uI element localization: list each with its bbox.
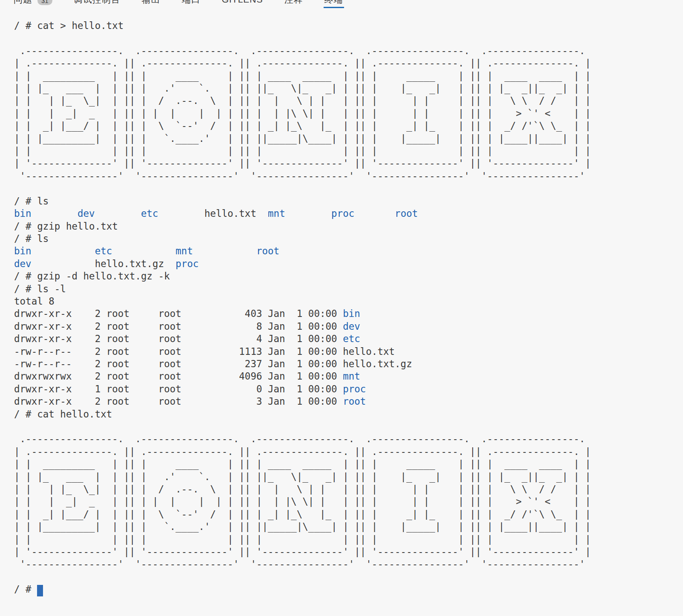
terminal-text: total 8 (14, 296, 55, 307)
directory-name: root (256, 245, 279, 256)
terminal-text: -rw-r--r-- 2 root root 1113 Jan 1 00:00 … (14, 346, 395, 357)
directory-name: etc (343, 333, 360, 344)
terminal-text: | | |_ ___ | | || | .' `. | || ||_ \|_ _… (14, 83, 591, 94)
tab-terminal[interactable]: 终端 (324, 0, 344, 8)
directory-name: bin (14, 208, 32, 219)
terminal-text: hello.txt.gz (95, 258, 176, 269)
tab-comments[interactable]: 注释 (284, 0, 304, 8)
terminal-text: / # gzip hello.txt (14, 221, 118, 232)
terminal-text: drwxr-xr-x 1 root root 0 Jan 1 00:00 (14, 383, 343, 394)
terminal-text: '----------------' '----------------' '-… (14, 170, 591, 181)
terminal-text: | | | |_ \_| | || | / .--. \ | || | | \ … (14, 484, 591, 495)
directory-name: proc (331, 208, 354, 219)
terminal-text: | .--------------. || .--------------. |… (14, 446, 591, 457)
terminal-text: drwxr-xr-x 2 root root 8 Jan 1 00:00 (14, 321, 343, 332)
terminal-text: .----------------. .----------------. .-… (14, 433, 591, 444)
tab-label: GITLENS (222, 0, 263, 5)
terminal-text: '----------------' '----------------' '-… (14, 558, 591, 570)
tab-label: 调试控制台 (74, 0, 121, 5)
terminal-text: drwxrwxrwx 2 root root 4096 Jan 1 00:00 (14, 371, 343, 382)
directory-name: proc (175, 258, 198, 269)
tab-label: 输出 (142, 0, 161, 5)
terminal-text (112, 245, 175, 256)
tab-ports[interactable]: 端口 (181, 0, 201, 8)
tab-label: 端口 (182, 0, 201, 5)
tab-debug-console[interactable]: 调试控制台 (73, 0, 121, 8)
panel-tab-bar: 问题31调试控制台输出端口GITLENS注释终端 (0, 0, 683, 9)
tab-gitlens[interactable]: GITLENS (221, 0, 264, 8)
tab-output[interactable]: 输出 (141, 0, 161, 8)
terminal-text: / # cat hello.txt (14, 409, 112, 420)
directory-name: dev (77, 208, 95, 219)
terminal-text: / # ls -l (14, 283, 66, 294)
directory-name: dev (14, 258, 32, 269)
terminal-text: | '--------------' || '--------------' |… (14, 158, 591, 169)
terminal-cursor (37, 585, 43, 596)
terminal-output[interactable]: / # cat > hello.txt .----------------. .… (14, 20, 683, 596)
tab-problems[interactable]: 问题31 (13, 0, 53, 8)
terminal-text: | | | |_ \_| | || | / .--. \ | || | | \ … (14, 95, 591, 106)
terminal-text: / # ls (14, 196, 49, 207)
terminal-text: drwxr-xr-x 2 root root 4 Jan 1 00:00 (14, 333, 343, 344)
terminal-text: drwxr-xr-x 2 root root 403 Jan 1 00:00 (14, 308, 343, 319)
directory-name: bin (14, 245, 32, 256)
terminal-text: | '--------------' || '--------------' |… (14, 546, 591, 557)
terminal-text (32, 258, 95, 269)
panel-tab-bar-inner: 问题31调试控制台输出端口GITLENS注释终端 (0, 0, 683, 8)
terminal-text: | | _________ | || | ____ | || | ____ __… (14, 70, 591, 81)
directory-name: mnt (268, 208, 285, 219)
shell-prompt: / # (14, 584, 37, 595)
terminal-text (32, 245, 95, 256)
directory-name: dev (343, 321, 360, 332)
terminal-text (354, 208, 395, 219)
terminal-text: | | | _| _ | || | | | | | | || | | |\ \|… (14, 108, 591, 119)
terminal-text (95, 208, 141, 219)
tab-label: 注释 (284, 0, 303, 5)
directory-name: root (395, 208, 418, 219)
terminal-text: | | _________ | || | ____ | || | ____ __… (14, 458, 591, 469)
terminal-text: / # gzip -d hello.txt.gz -k (14, 271, 170, 282)
terminal-text: -rw-r--r-- 2 root root 237 Jan 1 00:00 h… (14, 358, 412, 369)
directory-name: etc (95, 245, 112, 256)
terminal-text: | | |_________| | || | `.____.' | || ||_… (14, 133, 591, 144)
terminal-text: drwxr-xr-x 2 root root 3 Jan 1 00:00 (14, 396, 343, 407)
terminal-text (193, 245, 256, 256)
tab-label: 终端 (324, 0, 343, 5)
problems-count-badge: 31 (37, 0, 52, 5)
terminal-text (158, 208, 204, 219)
directory-name: mnt (175, 245, 193, 256)
terminal-text: | | | _| _ | || | | | | | | || | | |\ \|… (14, 496, 591, 507)
terminal-text (32, 208, 77, 219)
terminal-text: | | _| |___/ | | || | \ `--' / | || | _|… (14, 509, 591, 520)
terminal-text: | | | || | | || | | || | | || | | | (14, 534, 591, 545)
terminal-text: .----------------. .----------------. .-… (14, 45, 591, 56)
terminal-text: | | _| |___/ | | || | \ `--' / | || | _|… (14, 120, 591, 131)
directory-name: etc (141, 208, 158, 219)
terminal-text: | .--------------. || .--------------. |… (14, 58, 591, 69)
directory-name: root (343, 396, 366, 407)
terminal-panel[interactable]: / # cat > hello.txt .----------------. .… (0, 9, 683, 596)
directory-name: mnt (343, 371, 360, 382)
terminal-text: / # cat > hello.txt (14, 20, 123, 31)
terminal-text: / # ls (14, 233, 49, 244)
terminal-text: hello.txt (204, 208, 268, 219)
terminal-text: | | |_ ___ | | || | .' `. | || ||_ \|_ _… (14, 471, 591, 482)
terminal-text: | | | || | | || | | || | | || | | | (14, 145, 591, 156)
terminal-text: | | |_________| | || | `.____.' | || ||_… (14, 521, 591, 532)
tab-label: 问题 (14, 0, 32, 5)
terminal-text (285, 208, 331, 219)
directory-name: proc (343, 383, 366, 394)
directory-name: bin (343, 308, 360, 319)
